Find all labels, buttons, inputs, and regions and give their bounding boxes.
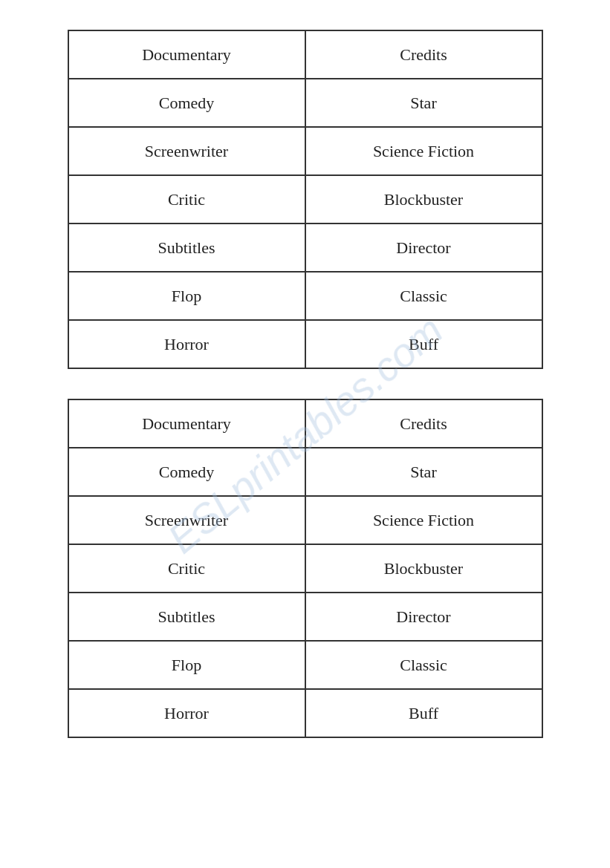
cell-col1: Documentary: [68, 399, 305, 448]
cell-col1: Flop: [68, 272, 305, 320]
cell-col2: Star: [305, 448, 542, 496]
cell-col2: Blockbuster: [305, 544, 542, 593]
cell-col2: Director: [305, 223, 542, 272]
cell-col1: Screenwriter: [68, 127, 305, 175]
cell-col2: Science Fiction: [305, 127, 542, 175]
cell-col1: Critic: [68, 175, 305, 223]
table-row: HorrorBuff: [68, 320, 542, 368]
cell-col1: Screenwriter: [68, 496, 305, 544]
table-row: FlopClassic: [68, 641, 542, 689]
cell-col2: Director: [305, 593, 542, 641]
cell-col1: Documentary: [68, 30, 305, 79]
word-table-2: DocumentaryCreditsComedyStarScreenwriter…: [68, 399, 543, 738]
table-row: ScreenwriterScience Fiction: [68, 496, 542, 544]
table-row: CriticBlockbuster: [68, 175, 542, 223]
cell-col2: Classic: [305, 641, 542, 689]
cell-col2: Blockbuster: [305, 175, 542, 223]
table-row: HorrorBuff: [68, 689, 542, 737]
cell-col2: Classic: [305, 272, 542, 320]
table-row: ComedyStar: [68, 79, 542, 127]
cell-col2: Star: [305, 79, 542, 127]
cell-col1: Horror: [68, 320, 305, 368]
cell-col1: Subtitles: [68, 223, 305, 272]
word-table-1: DocumentaryCreditsComedyStarScreenwriter…: [68, 30, 543, 369]
table-row: ComedyStar: [68, 448, 542, 496]
table-row: DocumentaryCredits: [68, 399, 542, 448]
table-row: FlopClassic: [68, 272, 542, 320]
cell-col1: Comedy: [68, 448, 305, 496]
table-row: DocumentaryCredits: [68, 30, 542, 79]
cell-col1: Flop: [68, 641, 305, 689]
cell-col1: Critic: [68, 544, 305, 593]
table-row: SubtitlesDirector: [68, 593, 542, 641]
cell-col1: Subtitles: [68, 593, 305, 641]
table-row: SubtitlesDirector: [68, 223, 542, 272]
cell-col1: Comedy: [68, 79, 305, 127]
cell-col2: Buff: [305, 320, 542, 368]
cell-col1: Horror: [68, 689, 305, 737]
cell-col2: Buff: [305, 689, 542, 737]
cell-col2: Credits: [305, 399, 542, 448]
table-row: CriticBlockbuster: [68, 544, 542, 593]
table-row: ScreenwriterScience Fiction: [68, 127, 542, 175]
cell-col2: Science Fiction: [305, 496, 542, 544]
cell-col2: Credits: [305, 30, 542, 79]
